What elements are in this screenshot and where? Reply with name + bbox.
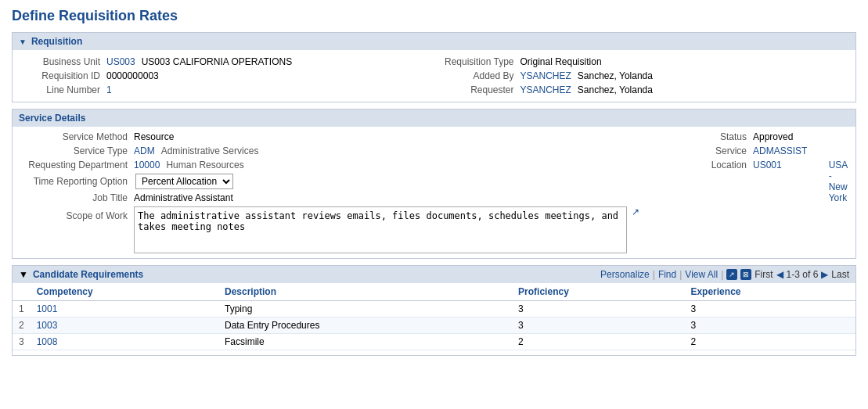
service-type-extra: Administrative Services [161,145,259,156]
line-number-value[interactable]: 1 [106,84,112,95]
col-competency: Competency [31,283,218,301]
row-experience: 3 [684,301,855,318]
table-row[interactable]: 3 1008 Facsimile 2 2 [13,334,855,350]
table-row[interactable]: 1 1001 Typing 3 3 [13,301,855,318]
added-by-field: Added By YSANCHEZ Sanchez, Yolanda [434,70,848,81]
table-row[interactable]: 2 1003 Data Entry Procedures 3 3 [13,318,855,334]
view-all-link[interactable]: View All [685,269,718,280]
requester-extra: Sanchez, Yolanda [578,84,653,95]
row-num: 3 [13,334,31,350]
row-experience: 3 [684,318,855,334]
service-type-value[interactable]: ADM [134,145,155,156]
line-number-field: Line Number 1 [20,84,434,95]
row-proficiency: 2 [512,334,684,350]
business-unit-value[interactable]: US003 [106,56,135,67]
sep3: | [721,269,723,280]
external-link-icon[interactable]: ↗ [726,269,737,280]
row-proficiency: 3 [512,318,684,334]
service-method-label: Service Method [20,131,134,142]
candidate-controls: Personalize | Find | View All | ↗ ⊠ Firs… [600,269,849,280]
service-method-value: Resource [134,131,174,142]
sep1: | [653,269,655,280]
added-by-label: Added By [434,70,520,81]
time-reporting-label: Time Reporting Option [20,176,134,187]
col-num [13,283,31,301]
table-header-row: Competency Description Proficiency Exper… [13,283,855,301]
col-experience: Experience [684,283,855,301]
line-number-label: Line Number [20,84,106,95]
status-label: Status [639,131,753,142]
row-competency[interactable]: 1001 [31,301,218,318]
service-value[interactable]: ADMASSIST [753,145,807,156]
requester-value[interactable]: YSANCHEZ [520,84,571,95]
row-num: 2 [13,318,31,334]
requisition-section-title: Requisition [31,36,82,47]
service-label: Service [639,145,753,156]
requisition-type-field: Requisition Type Original Requisition [434,56,848,67]
requester-label: Requester [434,84,520,95]
service-section-title: Service Details [19,113,85,124]
requesting-dept-field: Requesting Department 10000 Human Resour… [20,160,639,170]
find-link[interactable]: Find [658,269,676,280]
row-competency[interactable]: 1008 [31,334,218,350]
requesting-dept-label: Requesting Department [20,160,134,170]
job-title-value: Administrative Assistant [134,192,233,203]
status-field: Status Approved [639,131,848,142]
service-right-col: Status Approved Service ADMASSIST Locati… [639,131,848,253]
last-link[interactable]: Last [831,269,849,280]
candidate-section: ▼ Candidate Requirements Personalize | F… [12,265,856,356]
requisition-id-label: Requisition ID [20,70,106,81]
status-value: Approved [753,131,793,142]
service-body: Service Method Resource Service Type ADM… [13,127,855,258]
requisition-body: Business Unit US003 US003 CALIFORNIA OPE… [13,50,855,102]
service-method-field: Service Method Resource [20,131,639,142]
added-by-extra: Sanchez, Yolanda [578,70,653,81]
requesting-dept-extra: Human Resources [166,160,243,170]
business-unit-label: Business Unit [20,56,106,67]
expand-scope-icon[interactable]: ↗ [632,206,639,217]
row-num: 1 [13,301,31,318]
requesting-dept-value[interactable]: 10000 [134,160,160,170]
service-field: Service ADMASSIST [639,145,848,156]
candidate-toggle-icon[interactable]: ▼ [19,269,28,280]
added-by-value[interactable]: YSANCHEZ [520,70,571,81]
location-value[interactable]: US001 [753,160,782,170]
service-section: Service Details Service Method Resource … [12,109,856,259]
requisition-id-field: Requisition ID 0000000003 [20,70,434,81]
grid-icon[interactable]: ⊠ [740,269,751,280]
business-unit-field: Business Unit US003 US003 CALIFORNIA OPE… [20,56,434,67]
prev-nav-icon[interactable]: ◀ [776,269,783,280]
candidate-section-title: Candidate Requirements [33,269,143,280]
next-nav-icon[interactable]: ▶ [821,269,828,280]
col-proficiency: Proficiency [512,283,684,301]
requisition-type-value: Original Requisition [520,56,602,67]
requisition-type-label: Requisition Type [434,56,520,67]
requisition-left-col: Business Unit US003 US003 CALIFORNIA OPE… [20,56,434,95]
page-info: 1-3 of 6 [787,269,819,280]
page-container: Define Requisition Rates ▼ Requisition B… [0,0,868,370]
sep2: | [679,269,682,280]
row-description: Facsimile [218,334,512,350]
time-reporting-dropdown[interactable]: Percent Allocation Daily Hourly Weekly [135,174,233,189]
table-footer-spacer [13,350,855,355]
service-left-col: Service Method Resource Service Type ADM… [20,131,639,253]
requisition-toggle-icon[interactable]: ▼ [19,38,27,46]
requisition-section-header[interactable]: ▼ Requisition [13,33,855,50]
scope-of-work-textarea[interactable]: The administrative assistant reviews ema… [134,206,627,253]
page-title: Define Requisition Rates [12,8,856,24]
requester-field: Requester YSANCHEZ Sanchez, Yolanda [434,84,848,95]
row-proficiency: 3 [512,301,684,318]
first-link[interactable]: First [755,269,773,280]
scope-wrapper: The administrative assistant reviews ema… [134,206,639,253]
time-reporting-field: Time Reporting Option Percent Allocation… [20,174,639,189]
candidate-toolbar: ▼ Candidate Requirements Personalize | F… [13,266,855,283]
location-label: Location [639,160,753,170]
requisition-section: ▼ Requisition Business Unit US003 US003 … [12,32,856,102]
personalize-link[interactable]: Personalize [600,269,650,280]
job-title-field: Job Title Administrative Assistant [20,192,639,203]
row-competency[interactable]: 1003 [31,318,218,334]
row-experience: 2 [684,334,855,350]
col-description: Description [218,283,512,301]
scope-of-work-label: Scope of Work [20,210,134,221]
location-extra: USA - New York [829,160,848,203]
